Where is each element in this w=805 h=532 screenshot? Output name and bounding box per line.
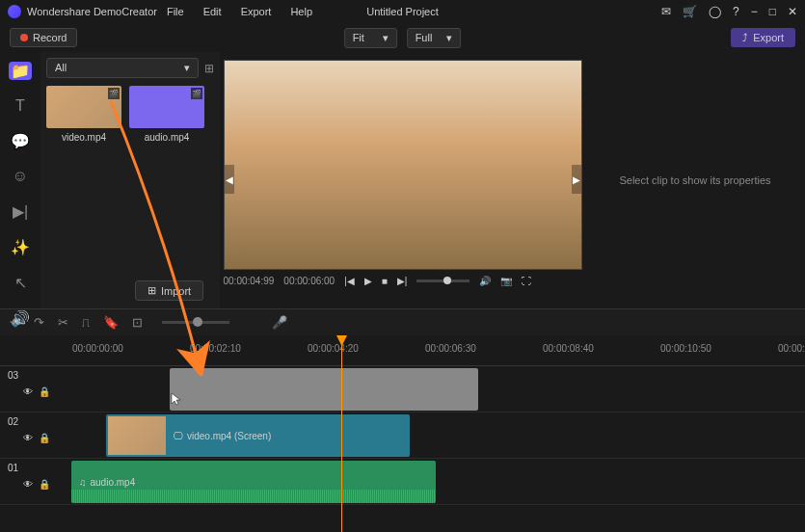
user-icon[interactable]: ◯ bbox=[709, 5, 721, 18]
bookmark-button[interactable]: 🔖 bbox=[103, 315, 119, 330]
zoom-slider[interactable] bbox=[162, 321, 229, 324]
media-item-audio[interactable]: 🎬 audio.mp4 bbox=[129, 86, 204, 143]
play-button[interactable]: ▶ bbox=[364, 276, 372, 286]
media-filter-dropdown[interactable]: All ▾ bbox=[46, 58, 199, 78]
lock-icon[interactable]: 🔒 bbox=[39, 386, 50, 397]
clip-placeholder[interactable] bbox=[170, 368, 478, 411]
track-number: 03 bbox=[8, 370, 18, 381]
properties-empty-text: Select clip to show its properties bbox=[619, 174, 770, 186]
tab-chat[interactable]: 💬 bbox=[9, 132, 32, 150]
menu-help[interactable]: Help bbox=[290, 6, 312, 17]
tab-text[interactable]: T bbox=[9, 97, 32, 115]
preview-next-button[interactable]: ▶ bbox=[572, 165, 581, 194]
full-dropdown[interactable]: Full ▾ bbox=[407, 28, 462, 48]
visibility-icon[interactable]: 👁 bbox=[23, 386, 33, 397]
mail-icon[interactable]: ✉ bbox=[661, 5, 671, 18]
clip-video[interactable]: 🖵video.mp4 (Screen) bbox=[106, 414, 410, 457]
volume-icon[interactable]: 🔊 bbox=[479, 276, 491, 286]
upload-icon: ⤴ bbox=[742, 32, 748, 43]
redo-button[interactable]: ↷ bbox=[34, 315, 44, 330]
app-logo bbox=[8, 5, 21, 18]
volume-slider[interactable] bbox=[416, 279, 470, 282]
preview-video: ◀ ▶ bbox=[224, 60, 582, 270]
tab-media[interactable]: 📁 bbox=[9, 62, 32, 80]
mic-button[interactable]: 🎤 bbox=[272, 315, 287, 330]
cursor-pointer-icon bbox=[171, 392, 184, 406]
marker-button[interactable]: ⎍ bbox=[82, 315, 90, 330]
menu-export[interactable]: Export bbox=[241, 6, 272, 17]
help-icon[interactable]: ? bbox=[733, 5, 739, 18]
tab-smiley[interactable]: ☺ bbox=[9, 168, 32, 185]
export-button[interactable]: ⤴ Export bbox=[731, 28, 795, 47]
crop-button[interactable]: ⊡ bbox=[132, 315, 143, 330]
chevron-down-icon: ▾ bbox=[446, 32, 452, 44]
visibility-icon[interactable]: 👁 bbox=[23, 433, 33, 443]
timeline-ruler[interactable]: 00:00:00:00 00:00:02:10 00:00:04:20 00:0… bbox=[0, 335, 805, 366]
app-name: Wondershare DemoCreator bbox=[27, 6, 157, 17]
menu-edit[interactable]: Edit bbox=[203, 6, 222, 17]
snapshot-icon[interactable]: 📷 bbox=[500, 276, 512, 286]
visibility-icon[interactable]: 👁 bbox=[23, 479, 33, 490]
tab-effects[interactable]: ✨ bbox=[9, 238, 32, 256]
stop-button[interactable]: ■ bbox=[382, 276, 388, 286]
clip-thumbnail bbox=[108, 416, 166, 455]
maximize-icon[interactable]: □ bbox=[769, 5, 776, 18]
fullscreen-icon[interactable]: ⛶ bbox=[522, 276, 531, 286]
tab-transition[interactable]: ▶| bbox=[9, 202, 32, 221]
video-badge-icon: 🎬 bbox=[191, 88, 202, 99]
prev-frame-button[interactable]: |◀ bbox=[344, 276, 355, 286]
total-time: 00:00:06:00 bbox=[283, 276, 335, 286]
record-button[interactable]: Record bbox=[10, 28, 77, 47]
record-dot-icon bbox=[20, 34, 28, 41]
track-number: 02 bbox=[8, 416, 18, 427]
video-badge-icon: 🎬 bbox=[108, 88, 120, 99]
import-icon: ⊞ bbox=[148, 284, 156, 297]
chevron-down-icon: ▾ bbox=[184, 62, 190, 74]
music-icon: ♫ bbox=[79, 477, 87, 488]
project-title: Untitled Project bbox=[366, 6, 439, 17]
lock-icon[interactable]: 🔒 bbox=[39, 479, 50, 490]
undo-button[interactable]: ↶ bbox=[10, 315, 20, 330]
track-number: 01 bbox=[8, 463, 18, 473]
grid-view-icon[interactable]: ⊞ bbox=[204, 62, 214, 75]
lock-icon[interactable]: 🔒 bbox=[39, 433, 50, 443]
tab-cursor[interactable]: ↖ bbox=[9, 274, 32, 292]
screen-icon: 🖵 bbox=[174, 431, 183, 441]
waveform bbox=[71, 490, 436, 503]
fit-dropdown[interactable]: Fit ▾ bbox=[344, 28, 397, 48]
preview-prev-button[interactable]: ◀ bbox=[225, 165, 234, 194]
next-frame-button[interactable]: ▶| bbox=[397, 276, 408, 286]
chevron-down-icon: ▾ bbox=[383, 32, 389, 44]
playhead[interactable] bbox=[341, 335, 342, 532]
menu-file[interactable]: File bbox=[167, 6, 184, 17]
import-button[interactable]: ⊞ Import bbox=[135, 280, 203, 301]
split-button[interactable]: ✂ bbox=[58, 315, 68, 330]
minimize-icon[interactable]: − bbox=[751, 5, 758, 18]
close-icon[interactable]: ✕ bbox=[788, 5, 797, 18]
media-item-video[interactable]: 🎬 video.mp4 bbox=[46, 86, 121, 143]
clip-audio[interactable]: ♫audio.mp4 bbox=[71, 461, 436, 503]
current-time: 00:00:04:99 bbox=[224, 276, 275, 286]
cart-icon[interactable]: 🛒 bbox=[683, 5, 697, 18]
